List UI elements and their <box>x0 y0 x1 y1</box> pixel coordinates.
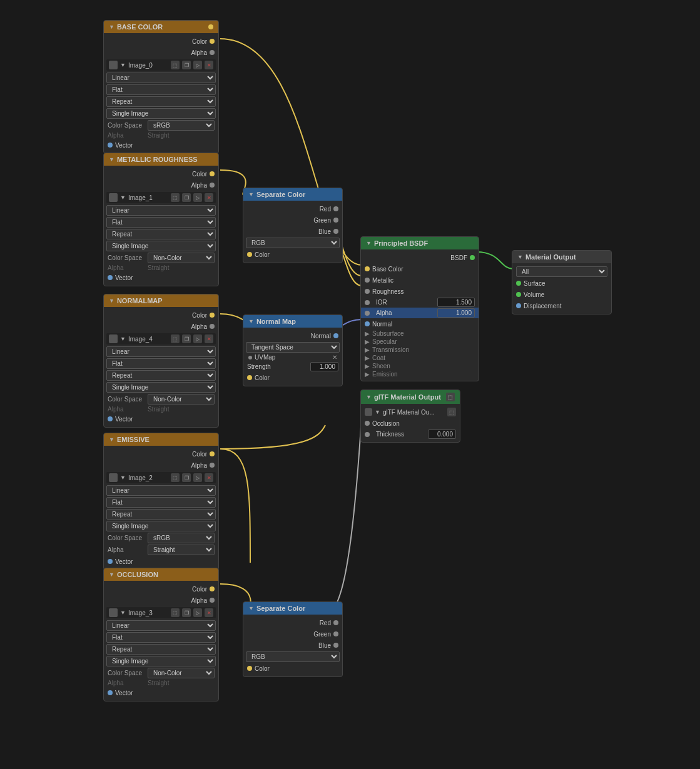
mr-img-btn3[interactable]: ▷ <box>193 193 202 202</box>
normalmap-chevron[interactable]: ▼ <box>109 298 114 304</box>
nm-node-chevron[interactable]: ▼ <box>248 318 254 324</box>
gltf-occlusion-socket[interactable] <box>365 421 370 426</box>
em-img-btn3[interactable]: ▷ <box>193 473 202 482</box>
sc-bot-rgb-select[interactable]: RGB <box>246 651 340 662</box>
mo-surface-socket[interactable] <box>516 281 521 286</box>
gltf-btn[interactable]: ⬚ <box>446 393 455 401</box>
mr-src-select[interactable]: Single Image <box>106 241 216 251</box>
em-alpha-socket[interactable] <box>210 463 215 468</box>
gltf-thickness-input[interactable] <box>428 430 456 439</box>
nm-node-color-in-socket[interactable] <box>247 375 252 380</box>
nm-node-normal-socket[interactable] <box>333 333 338 338</box>
pbsdf-sheen-row[interactable]: ▶ Sheen <box>361 362 479 370</box>
base-color-alpha-socket[interactable] <box>210 50 215 55</box>
em-cs-select[interactable]: sRGB <box>148 533 215 543</box>
base-color-vector-socket[interactable] <box>108 143 113 148</box>
pbsdf-alpha-input[interactable] <box>437 308 475 318</box>
sc-top-green-socket[interactable] <box>333 218 338 223</box>
base-color-img-btn3[interactable]: ▷ <box>193 61 202 69</box>
oc-vector-socket[interactable] <box>108 690 113 695</box>
base-color-source-select[interactable]: Single Image <box>106 108 216 119</box>
em-interp-select[interactable]: Linear <box>106 485 216 496</box>
pbsdf-normal-socket[interactable] <box>365 321 370 326</box>
sc-bot-chevron[interactable]: ▼ <box>248 605 254 611</box>
nm-node-strength-input[interactable] <box>310 362 338 371</box>
nm-img-btn3[interactable]: ▷ <box>193 334 202 343</box>
pbsdf-ior-socket[interactable] <box>365 300 370 305</box>
nm-src-select[interactable]: Single Image <box>106 382 216 393</box>
nm-alpha-socket[interactable] <box>210 324 215 329</box>
mo-all-select[interactable]: All <box>516 266 607 277</box>
base-color-img-close[interactable]: ✕ <box>205 61 213 69</box>
base-color-img-btn2[interactable]: ❐ <box>182 61 191 69</box>
base-color-chevron[interactable]: ▼ <box>109 24 114 30</box>
oc-ext-select[interactable]: Repeat <box>106 644 216 655</box>
sc-top-chevron[interactable]: ▼ <box>248 191 254 198</box>
pbsdf-bsdf-socket[interactable] <box>470 255 475 260</box>
oc-interp-select[interactable]: Linear <box>106 620 216 631</box>
pbsdf-specular-row[interactable]: ▶ Specular <box>361 338 479 346</box>
gltf-thickness-socket[interactable] <box>365 432 370 437</box>
gltf-img-btn[interactable]: ⬚ <box>447 408 456 416</box>
nm-node-uv-close[interactable]: ✕ <box>332 354 337 361</box>
nm-image-dropdown[interactable]: ▼ <box>120 336 126 342</box>
pbsdf-roughness-socket[interactable] <box>365 289 370 294</box>
oc-cs-select[interactable]: Non-Color <box>148 668 215 678</box>
emissive-chevron[interactable]: ▼ <box>109 436 114 443</box>
pbsdf-coat-row[interactable]: ▶ Coat <box>361 354 479 362</box>
oc-img-btn3[interactable]: ▷ <box>193 608 202 617</box>
sc-bot-color-in-socket[interactable] <box>247 666 252 671</box>
base-color-interpolation-select[interactable]: Linear <box>106 73 216 83</box>
base-color-img-btn1[interactable]: ⬚ <box>171 61 180 69</box>
mr-img-btn2[interactable]: ❐ <box>182 193 191 202</box>
pbsdf-alpha-socket[interactable] <box>365 311 370 316</box>
oc-image-dropdown[interactable]: ▼ <box>120 610 126 616</box>
mr-img-btn1[interactable]: ⬚ <box>171 193 180 202</box>
mr-img-close[interactable]: ✕ <box>205 193 213 202</box>
pbsdf-subsurface-row[interactable]: ▶ Subsurface <box>361 329 479 338</box>
metallic-roughness-chevron[interactable]: ▼ <box>109 156 114 163</box>
nm-img-btn2[interactable]: ❐ <box>182 334 191 343</box>
base-color-color-socket[interactable] <box>210 39 215 44</box>
nm-img-btn1[interactable]: ⬚ <box>171 334 180 343</box>
gltf-chevron[interactable]: ▼ <box>366 394 372 400</box>
mr-proj-select[interactable]: Flat <box>106 217 216 228</box>
pbsdf-chevron[interactable]: ▼ <box>366 240 372 246</box>
nm-ext-select[interactable]: Repeat <box>106 370 216 381</box>
em-image-dropdown[interactable]: ▼ <box>120 475 126 481</box>
em-img-btn1[interactable]: ⬚ <box>171 473 180 482</box>
mr-interp-select[interactable]: Linear <box>106 205 216 216</box>
base-color-colorspace-select[interactable]: sRGB <box>148 120 215 131</box>
mr-image-dropdown[interactable]: ▼ <box>120 194 126 201</box>
nm-color-socket[interactable] <box>210 313 215 318</box>
pbsdf-basecolor-socket[interactable] <box>365 266 370 271</box>
gltf-img-dropdown[interactable]: ▼ <box>375 409 380 415</box>
mr-vector-socket[interactable] <box>108 275 113 280</box>
base-color-extension-select[interactable]: Repeat <box>106 96 216 107</box>
base-color-color-out[interactable] <box>208 24 213 29</box>
em-alpha-select[interactable]: Straight <box>148 545 215 555</box>
em-src-select[interactable]: Single Image <box>106 521 216 531</box>
nm-node-space-select[interactable]: Tangent Space <box>246 342 340 353</box>
sc-top-red-socket[interactable] <box>333 206 338 211</box>
pbsdf-emission-row[interactable]: ▶ Emission <box>361 370 479 378</box>
mr-cs-select[interactable]: Non-Color <box>148 253 215 263</box>
em-img-btn2[interactable]: ❐ <box>182 473 191 482</box>
mr-color-socket[interactable] <box>210 171 215 176</box>
oc-alpha-socket[interactable] <box>210 598 215 603</box>
pbsdf-ior-input[interactable] <box>437 298 475 307</box>
mo-disp-socket[interactable] <box>516 303 521 308</box>
em-ext-select[interactable]: Repeat <box>106 509 216 520</box>
nm-img-close[interactable]: ✕ <box>205 334 213 343</box>
em-proj-select[interactable]: Flat <box>106 497 216 508</box>
sc-bot-red-socket[interactable] <box>333 620 338 625</box>
pbsdf-metallic-socket[interactable] <box>365 278 370 283</box>
nm-vector-socket[interactable] <box>108 416 113 421</box>
sc-top-blue-socket[interactable] <box>333 229 338 234</box>
base-color-projection-select[interactable]: Flat <box>106 84 216 95</box>
mo-chevron[interactable]: ▼ <box>517 254 523 260</box>
mo-volume-socket[interactable] <box>516 292 521 297</box>
em-vector-socket[interactable] <box>108 559 113 564</box>
pbsdf-transmission-row[interactable]: ▶ Transmission <box>361 346 479 354</box>
mr-alpha-socket[interactable] <box>210 183 215 188</box>
